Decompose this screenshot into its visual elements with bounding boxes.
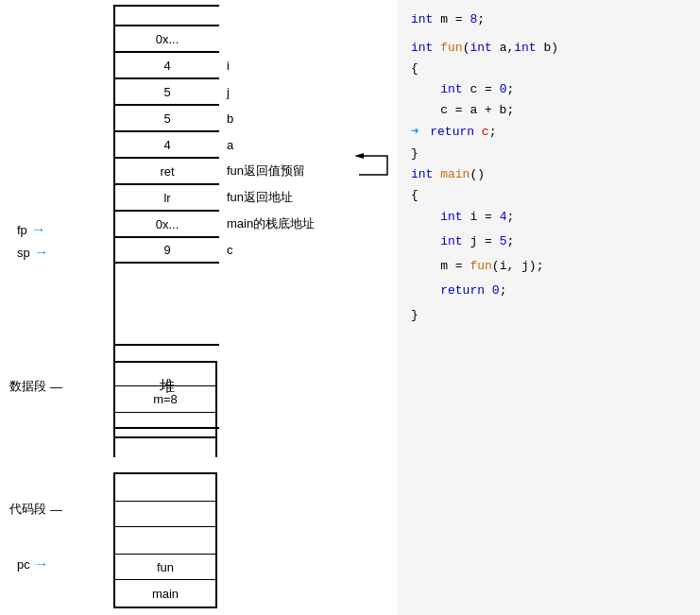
pc-arrow-icon: →: [34, 555, 49, 572]
code-line-m-fun: m = fun(i, j);: [411, 256, 686, 277]
sp-arrow-group: sp →: [17, 244, 49, 261]
code-spacer-1: [411, 30, 686, 38]
data-cell-bottom: [115, 413, 215, 436]
code-section-label: 代码段: [9, 501, 46, 518]
cell-top-empty: [115, 5, 219, 26]
code-area: int m = 8; int fun(int a,int b) { int c …: [397, 0, 700, 615]
fp-arrow-icon: →: [31, 221, 46, 238]
code-line-int-i: int i = 4;: [411, 207, 686, 228]
cell-j: 5 j: [115, 78, 219, 105]
label-j: j: [227, 85, 230, 99]
memory-area: 0x... 4 i 5 j 5 b 4 a r: [0, 0, 397, 615]
svg-marker-0: [354, 153, 364, 159]
sp-label: sp: [17, 246, 30, 260]
label-b: b: [227, 111, 233, 126]
code-section-dash: —: [50, 503, 62, 517]
data-section-label-group: 数据段 —: [9, 378, 66, 395]
sp-arrow-icon: →: [34, 244, 49, 261]
label-i: i: [227, 59, 230, 73]
data-cell-m8: m=8: [115, 386, 215, 413]
code-line-return-c: ➜ return c;: [411, 121, 686, 144]
code-line-fun-header: int fun(int a,int b): [411, 38, 686, 59]
cell-i: 4 i: [115, 52, 219, 78]
label-c: c: [227, 243, 233, 257]
code-line-1: int m = 8;: [411, 9, 686, 30]
code-section-bracket: fun main: [113, 472, 217, 608]
cell-lr: lr fun返回地址: [115, 184, 219, 211]
cell-c: 9 c: [115, 237, 219, 264]
code-line-main-close: }: [411, 305, 686, 326]
cell-0x-main: 0x... main的栈底地址: [115, 211, 219, 237]
code-line-int-c: int c = 0;: [411, 79, 686, 100]
code-cell-main: main: [115, 580, 215, 606]
code-cell-fun: fun: [115, 554, 215, 580]
pc-label: pc: [17, 557, 30, 572]
data-section-dash: —: [50, 380, 62, 394]
data-cell-top: [115, 363, 215, 386]
cell-ret: ret fun返回值预留: [115, 158, 219, 184]
code-line-fun-close: }: [411, 144, 686, 164]
code-line-main-open: {: [411, 185, 686, 206]
fp-label: fp: [17, 223, 27, 237]
code-line-return-0: return 0;: [411, 281, 686, 301]
code-cell-gap: [115, 527, 215, 554]
data-section-bracket: m=8: [113, 361, 217, 438]
pc-arrow-group: pc →: [17, 555, 49, 572]
code-line-int-j: int j = 5;: [411, 231, 686, 252]
cell-empty-stack: [115, 264, 219, 344]
code-cell-empty2: [115, 501, 215, 527]
main-container: 0x... 4 i 5 j 5 b 4 a r: [0, 0, 700, 615]
label-main-stack: main的栈底地址: [227, 215, 315, 232]
data-section-label: 数据段: [9, 378, 46, 395]
bracket-arrow-svg: [227, 146, 397, 203]
fp-arrow-group: fp →: [17, 221, 46, 238]
cell-b: 5 b: [115, 105, 219, 131]
cell-0x-top: 0x...: [115, 26, 219, 52]
code-line-main-header: int main(): [411, 164, 686, 185]
cell-a: 4 a: [115, 131, 219, 158]
code-line-fun-open: {: [411, 59, 686, 79]
code-line-c-assign: c = a + b;: [411, 100, 686, 121]
code-section-label-group: 代码段 —: [9, 501, 66, 518]
return-arrow-icon: ➜: [411, 121, 418, 144]
code-cell-top-empty: [115, 474, 215, 501]
